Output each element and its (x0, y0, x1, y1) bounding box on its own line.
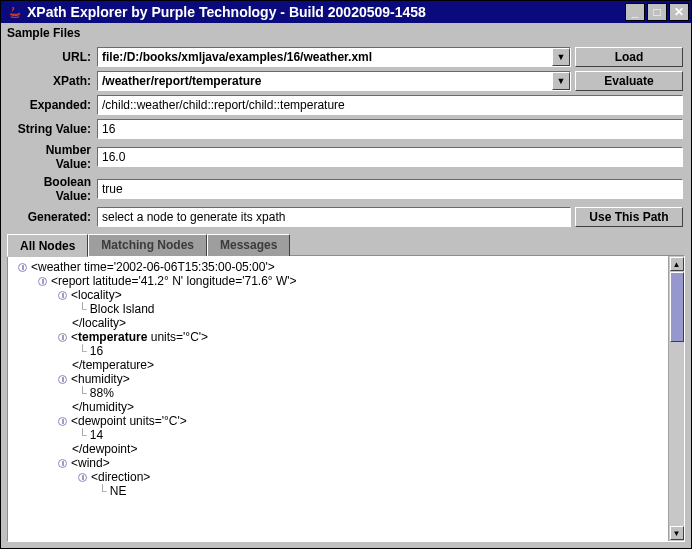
boolean-field[interactable]: true (97, 179, 683, 199)
tree-node: └ 16 (12, 344, 664, 358)
tree-node: </locality> (12, 316, 664, 330)
titlebar: XPath Explorer by Purple Technology - Bu… (1, 1, 691, 23)
tree-node: <dewpoint units='°C'> (12, 414, 664, 428)
tab-all-nodes[interactable]: All Nodes (7, 234, 88, 257)
tree-node: </dewpoint> (12, 442, 664, 456)
tree-node: <report latitude='41.2° N' longitude='71… (12, 274, 664, 288)
tree-node: <wind> (12, 456, 664, 470)
window-buttons: _ □ ✕ (625, 3, 689, 21)
use-this-path-button[interactable]: Use This Path (575, 207, 683, 227)
minimize-button[interactable]: _ (625, 3, 645, 21)
vertical-scrollbar[interactable]: ▲ ▼ (668, 256, 684, 541)
chevron-down-icon[interactable]: ▼ (552, 72, 570, 90)
expand-icon[interactable] (38, 277, 47, 286)
menu-sample-files[interactable]: Sample Files (7, 26, 80, 40)
xpath-value: /weather/report/temperature (98, 74, 552, 88)
tree-node: <locality> (12, 288, 664, 302)
string-label: String Value: (9, 122, 93, 136)
xml-tree[interactable]: <weather time='2002-06-06T15:35:00-05:00… (8, 256, 668, 541)
number-field[interactable]: 16.0 (97, 147, 683, 167)
close-button[interactable]: ✕ (669, 3, 689, 21)
menubar: Sample Files (1, 23, 691, 43)
tab-matching-nodes[interactable]: Matching Nodes (88, 234, 207, 256)
expand-icon[interactable] (58, 459, 67, 468)
expand-icon[interactable] (58, 417, 67, 426)
load-button[interactable]: Load (575, 47, 683, 67)
tree-node: └ 88% (12, 386, 664, 400)
expanded-label: Expanded: (9, 98, 93, 112)
scroll-down-icon[interactable]: ▼ (670, 526, 684, 540)
tree-node: └ 14 (12, 428, 664, 442)
tree-node: </temperature> (12, 358, 664, 372)
tree-node: <temperature units='°C'> (12, 330, 664, 344)
maximize-button[interactable]: □ (647, 3, 667, 21)
tree-node: <humidity> (12, 372, 664, 386)
string-field[interactable]: 16 (97, 119, 683, 139)
tree-node: <weather time='2002-06-06T15:35:00-05:00… (12, 260, 664, 274)
expand-icon[interactable] (78, 473, 87, 482)
xpath-combo[interactable]: /weather/report/temperature ▼ (97, 71, 571, 91)
window-title: XPath Explorer by Purple Technology - Bu… (27, 4, 625, 20)
url-label: URL: (9, 50, 93, 64)
generated-field[interactable]: select a node to generate its xpath (97, 207, 571, 227)
java-icon (7, 4, 23, 20)
chevron-down-icon[interactable]: ▼ (552, 48, 570, 66)
scroll-up-icon[interactable]: ▲ (670, 257, 684, 271)
tree-node: </humidity> (12, 400, 664, 414)
generated-label: Generated: (9, 210, 93, 224)
expand-icon[interactable] (58, 375, 67, 384)
tree-node: └ NE (12, 484, 664, 498)
tabbar: All Nodes Matching Nodes Messages (1, 234, 691, 256)
expanded-field[interactable]: /child::weather/child::report/child::tem… (97, 95, 683, 115)
url-combo[interactable]: file:/D:/books/xmljava/examples/16/weath… (97, 47, 571, 67)
tab-messages[interactable]: Messages (207, 234, 290, 256)
expand-icon[interactable] (18, 263, 27, 272)
xpath-label: XPath: (9, 74, 93, 88)
expand-icon[interactable] (58, 333, 67, 342)
url-value: file:/D:/books/xmljava/examples/16/weath… (98, 50, 552, 64)
evaluate-button[interactable]: Evaluate (575, 71, 683, 91)
boolean-label: Boolean Value: (9, 175, 93, 203)
tree-panel: <weather time='2002-06-06T15:35:00-05:00… (7, 255, 685, 542)
expand-icon[interactable] (58, 291, 67, 300)
form-area: URL: file:/D:/books/xmljava/examples/16/… (1, 43, 691, 233)
tree-node: └ Block Island (12, 302, 664, 316)
number-label: Number Value: (9, 143, 93, 171)
app-window: XPath Explorer by Purple Technology - Bu… (0, 0, 692, 549)
scroll-thumb[interactable] (670, 272, 684, 342)
tree-node: <direction> (12, 470, 664, 484)
